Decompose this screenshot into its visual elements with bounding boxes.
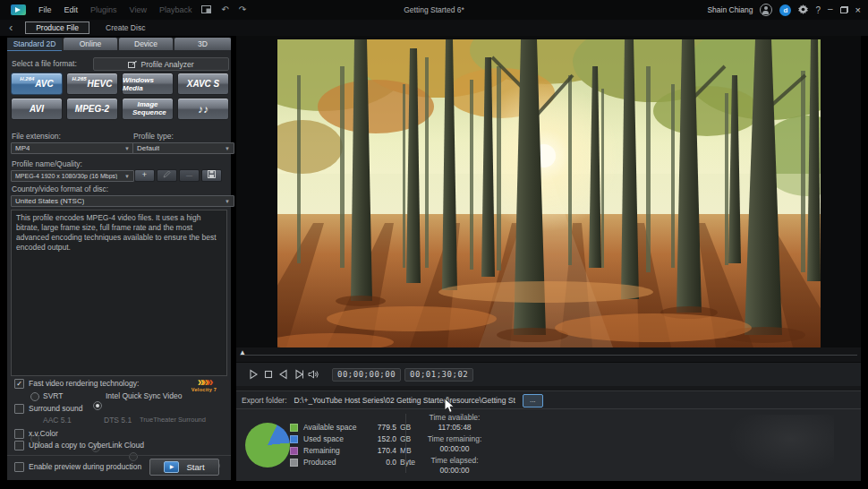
profile-description: This profile encodes MPEG-4 video files.… xyxy=(11,210,227,376)
volume-button[interactable] xyxy=(306,368,321,381)
format-button-xavc-s[interactable]: XAVC S xyxy=(177,73,229,95)
surround-checkbox[interactable] xyxy=(14,404,24,414)
menu-plugins: Plugins xyxy=(90,5,117,14)
directorzone-icon[interactable]: d xyxy=(779,4,791,16)
scrub-bar[interactable]: ▲ xyxy=(236,347,861,362)
svrt-radio[interactable] xyxy=(30,392,39,401)
format-button-windows-media[interactable]: Windows Media xyxy=(122,73,174,95)
pencil-icon xyxy=(163,170,171,178)
powerdirector-logo-icon xyxy=(11,4,26,15)
remove-profile-button: — xyxy=(179,169,200,182)
country-format-select[interactable]: United States (NTSC) ▼ xyxy=(11,195,234,207)
timecode-current[interactable]: 00;00;00;00 xyxy=(332,368,401,382)
profile-type-select[interactable]: Default ▼ xyxy=(132,142,234,154)
format-button-h264-avc[interactable]: H.264AVC xyxy=(11,73,63,95)
produce-settings-panel: Standard 2D Online Device 3D Select a fi… xyxy=(7,38,231,480)
floppy-icon xyxy=(208,170,216,178)
legend-row: Produced 0.0 Byte xyxy=(290,458,421,467)
time-remaining-value: 00:00:00 xyxy=(408,444,501,453)
legend-row: Available space 779.5 GB xyxy=(290,423,421,432)
format-button-audio[interactable]: ♪♪ xyxy=(177,98,229,120)
tab-device[interactable]: Device xyxy=(119,38,173,50)
profile-analyzer-icon xyxy=(128,61,137,68)
next-frame-button[interactable] xyxy=(291,368,306,381)
time-remaining-label: Time remaining: xyxy=(408,434,501,443)
playback-controls: 00;00;00;00 00;01;30;02 xyxy=(236,362,861,386)
xvcolor-label: x.v.Color xyxy=(29,429,58,438)
add-profile-button[interactable]: + xyxy=(134,169,155,182)
cloud-upload-checkbox[interactable] xyxy=(14,441,24,450)
svrt-label: SVRT xyxy=(43,391,64,400)
close-icon[interactable]: × xyxy=(855,4,861,15)
scrub-marker[interactable]: ▲ xyxy=(239,349,246,356)
mouse-cursor xyxy=(444,398,455,415)
settings-gear-icon[interactable] xyxy=(798,2,808,18)
enable-preview-checkbox[interactable] xyxy=(14,462,24,472)
previous-frame-button[interactable] xyxy=(276,368,291,381)
menu-edit[interactable]: Edit xyxy=(64,5,79,14)
legend-swatch xyxy=(290,435,298,443)
fast-video-label: Fast video rendering technology: xyxy=(29,379,139,388)
fast-video-checkbox[interactable]: ✓ xyxy=(14,379,24,389)
preview-window-icon[interactable] xyxy=(201,5,211,15)
undo-icon[interactable]: ↶ xyxy=(221,5,228,14)
menu-file[interactable]: File xyxy=(38,5,52,14)
video-preview[interactable] xyxy=(236,36,861,347)
time-elapsed-label: Time elapsed: xyxy=(408,456,501,465)
start-button[interactable]: ▶ Start xyxy=(149,459,219,476)
legend-row: Remaining 170.4 MB xyxy=(290,446,421,455)
production-stats: Available space 779.5 GB Used space 152.… xyxy=(236,408,861,481)
time-elapsed-value: 00:00:00 xyxy=(408,466,501,475)
cloud-upload-label: Upload a copy to CyberLink Cloud xyxy=(29,441,144,450)
divider xyxy=(405,414,406,473)
preview-play-icon: ▶ xyxy=(164,461,179,473)
dts-label: DTS 5.1 xyxy=(104,416,132,425)
minimize-icon[interactable]: – xyxy=(828,4,833,13)
export-folder-label: Export folder: xyxy=(242,396,287,405)
format-button-h265-hevc[interactable]: H.265HEVC xyxy=(66,73,118,95)
back-button[interactable]: ‹ xyxy=(9,20,13,36)
format-button-image-sequence[interactable]: Image Sequence xyxy=(122,98,174,120)
help-icon[interactable]: ? xyxy=(815,5,821,15)
tab-create-disc[interactable]: Create Disc xyxy=(106,21,145,34)
app-window: File Edit Plugins View Playback ↶ ↷ Gett… xyxy=(0,0,868,489)
scrub-track[interactable] xyxy=(240,355,857,356)
profile-type-label: Profile type: xyxy=(133,132,174,141)
mode-nav: ‹ Produce File Create Disc xyxy=(0,20,868,36)
titlebar: File Edit Plugins View Playback ↶ ↷ Gett… xyxy=(0,0,868,20)
timecode-total: 00;01;30;02 xyxy=(404,368,473,382)
profile-analyzer-button[interactable]: Profile Analyzer xyxy=(93,57,229,71)
play-button[interactable] xyxy=(245,368,260,381)
export-folder-path: D:\+_YouTube Host Series\02 Getting Star… xyxy=(294,396,515,405)
format-button-avi[interactable]: AVI xyxy=(11,98,63,120)
tab-standard-2d[interactable]: Standard 2D xyxy=(7,38,62,51)
legend-swatch xyxy=(290,424,298,432)
browse-folder-button[interactable]: ... xyxy=(523,394,543,408)
disk-pie xyxy=(245,423,290,468)
chevron-down-icon: ▼ xyxy=(124,174,130,179)
redo-icon[interactable]: ↷ xyxy=(239,5,246,14)
qsv-radio[interactable] xyxy=(93,401,102,410)
legend-row: Used space 152.0 GB xyxy=(290,434,421,443)
edit-profile-button xyxy=(157,169,177,182)
restore-icon[interactable] xyxy=(840,6,848,13)
stop-button[interactable] xyxy=(260,368,276,381)
preview-panel: ▲ 00;00;00;00 00;01;30;02 Export folder: xyxy=(236,36,861,480)
enable-preview-label: Enable preview during production xyxy=(29,462,141,471)
profile-name-label: Profile name/Quality: xyxy=(12,159,82,168)
velocity-label: Velocity 7 xyxy=(183,388,226,393)
profile-name-select[interactable]: MPEG-4 1920 x 1080/30p (16 Mbps) ▼ xyxy=(11,170,134,182)
account-icon[interactable] xyxy=(760,4,772,16)
menu-view: View xyxy=(130,5,147,14)
tab-online[interactable]: Online xyxy=(64,38,117,50)
truetheater-label: TrueTheater Surround xyxy=(140,416,206,424)
save-profile-button[interactable] xyxy=(201,169,222,182)
tab-3d[interactable]: 3D xyxy=(174,38,231,50)
tab-produce-file[interactable]: Produce File xyxy=(25,21,89,34)
file-extension-select[interactable]: MP4 ▼ xyxy=(11,142,134,154)
export-folder-row: Export folder: D:\+_YouTube Host Series\… xyxy=(236,390,861,409)
format-button-mpeg2[interactable]: MPEG-2 xyxy=(66,98,118,120)
chevron-down-icon: ▼ xyxy=(225,199,230,204)
xvcolor-checkbox[interactable] xyxy=(14,429,24,439)
video-frame-forest xyxy=(277,39,821,347)
